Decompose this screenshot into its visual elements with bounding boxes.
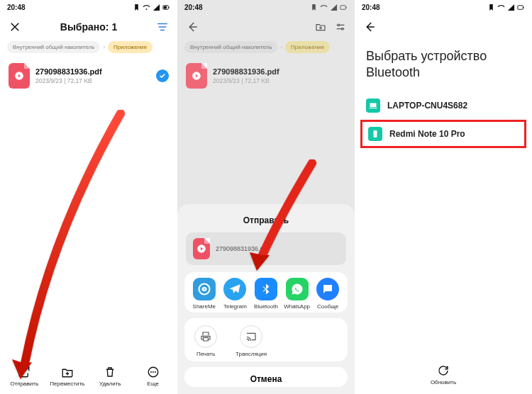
breadcrumb: Внутренний общий накопитель › Приложения [177, 40, 355, 57]
app-telegram[interactable]: Telegram [220, 278, 250, 310]
svg-rect-8 [346, 6, 347, 8]
more-label: Еще [148, 381, 159, 387]
delete-label: Удалить [99, 381, 121, 387]
svg-rect-7 [340, 5, 345, 9]
crumb-apps[interactable]: Приложения [285, 41, 330, 53]
svg-point-5 [153, 371, 154, 373]
status-icons [310, 4, 348, 11]
file-meta: 2023/9/23 | 72,17 KB [213, 77, 346, 84]
move-label: Переместить [50, 381, 84, 387]
pdf-icon [9, 63, 30, 89]
svg-point-4 [150, 371, 152, 373]
pdf-icon [186, 63, 207, 89]
sort-icon[interactable] [156, 21, 169, 33]
app-label: WhatsApp [284, 303, 310, 310]
app-messages[interactable]: Сообще [313, 278, 343, 310]
status-bar: 20:48 [0, 0, 177, 14]
app-shareme[interactable]: ShareMe [189, 278, 219, 310]
sheet-title: Отправить [177, 211, 355, 232]
close-icon[interactable] [9, 21, 21, 33]
status-icons [487, 4, 525, 11]
new-folder-icon[interactable] [315, 21, 326, 33]
screen-bluetooth-select: 20:48 Выбрать устройство Bluetooth LAPTO… [355, 0, 532, 394]
clock: 20:48 [362, 4, 380, 11]
app-label: Сообще [317, 303, 338, 310]
file-name: 279098831936.pdf [213, 67, 346, 76]
more-button[interactable]: Еще [132, 366, 175, 387]
header: Выбрано: 1 [0, 14, 177, 40]
clock: 20:48 [7, 4, 26, 11]
page-title: Выбрать устройство Bluetooth [355, 40, 532, 91]
print-button[interactable]: Печать [194, 325, 217, 357]
svg-rect-11 [518, 5, 523, 9]
laptop-icon [366, 98, 380, 113]
move-button[interactable]: Переместить [46, 366, 89, 387]
app-label: ShareMe [193, 303, 216, 310]
status-bar: 20:48 [355, 0, 532, 14]
app-whatsapp[interactable]: WhatsApp [282, 278, 312, 310]
screen-file-selected: 20:48 Выбрано: 1 Внутренний общий накопи… [0, 0, 177, 394]
refresh-button[interactable]: Обновить [431, 364, 456, 385]
bt-device-redmi[interactable]: Redmi Note 10 Pro [360, 120, 526, 148]
checkbox-checked[interactable] [156, 69, 169, 82]
status-icons [133, 4, 170, 11]
app-label: Telegram [223, 303, 247, 310]
bottom-bar: Отправить Переместить Удалить Еще [0, 361, 177, 394]
file-row: 279098831936.pdf 2023/9/23 | 72,17 KB [177, 57, 355, 94]
cast-label: Трансляция [235, 351, 267, 357]
cast-button[interactable]: Трансляция [235, 325, 267, 357]
svg-rect-13 [374, 130, 377, 137]
delete-button[interactable]: Удалить [89, 366, 132, 387]
svg-rect-2 [169, 6, 170, 8]
refresh-label: Обновить [431, 379, 456, 385]
phone-icon [368, 127, 382, 141]
file-name: 279098831936.pdf [35, 67, 150, 76]
share-sheet: Отправить 279098831936.pdf ShareMe Teleg… [177, 204, 355, 394]
back-icon[interactable] [186, 21, 199, 33]
crumb-internal[interactable]: Внутренний общий накопитель [184, 41, 277, 53]
app-row: ShareMe Telegram Bluetooth WhatsApp Сооб… [184, 272, 348, 313]
cancel-button[interactable]: Отмена [184, 367, 348, 387]
svg-point-6 [155, 371, 156, 373]
chevron-right-icon: › [103, 44, 105, 50]
breadcrumb: Внутренний общий накопитель › Приложения [0, 40, 177, 57]
bt-device-laptop[interactable]: LAPTOP-CNU4S682 [355, 91, 532, 120]
crumb-internal[interactable]: Внутренний общий накопитель [7, 41, 100, 53]
app-label: Bluetooth [254, 303, 278, 310]
send-label: Отправить [10, 381, 38, 387]
sheet-file: 279098831936.pdf [186, 232, 346, 265]
svg-point-9 [338, 24, 340, 26]
svg-rect-1 [164, 6, 167, 9]
pdf-icon [193, 238, 210, 259]
settings-icon[interactable] [335, 21, 346, 33]
print-label: Печать [196, 351, 215, 357]
app-bluetooth[interactable]: Bluetooth [251, 278, 281, 310]
back-icon[interactable] [363, 21, 376, 33]
device-name: Redmi Note 10 Pro [389, 129, 465, 139]
chevron-right-icon: › [280, 44, 282, 50]
send-button[interactable]: Отправить [3, 366, 46, 387]
screen-share-sheet: 20:48 Внутренний общий накопитель › Прил… [177, 0, 355, 394]
header [355, 14, 532, 40]
status-bar: 20:48 [177, 0, 355, 14]
file-row[interactable]: 279098831936.pdf 2023/9/23 | 72,17 KB [0, 57, 177, 94]
clock: 20:48 [184, 4, 203, 11]
file-meta: 2023/9/23 | 72,17 KB [35, 77, 150, 84]
header [177, 14, 355, 40]
svg-point-10 [341, 28, 343, 30]
crumb-apps[interactable]: Приложения [108, 41, 153, 53]
device-name: LAPTOP-CNU4S682 [387, 101, 467, 111]
page-title: Выбрано: 1 [60, 21, 117, 33]
sheet-file-name: 279098831936.pdf [216, 245, 269, 252]
extra-row: Печать Трансляция [184, 318, 348, 361]
svg-rect-12 [523, 6, 524, 8]
